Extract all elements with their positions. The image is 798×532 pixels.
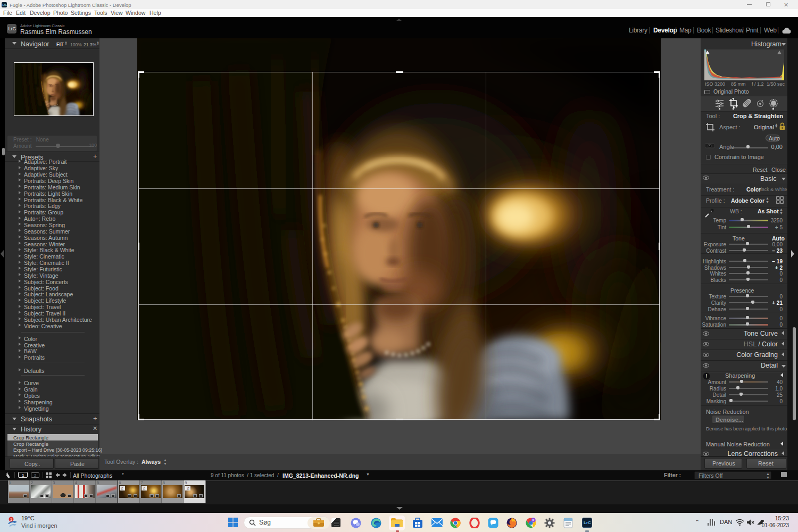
svg-text:1: 1 — [10, 517, 12, 522]
svg-text:!: ! — [705, 373, 707, 379]
svg-text:R: R — [532, 519, 535, 522]
